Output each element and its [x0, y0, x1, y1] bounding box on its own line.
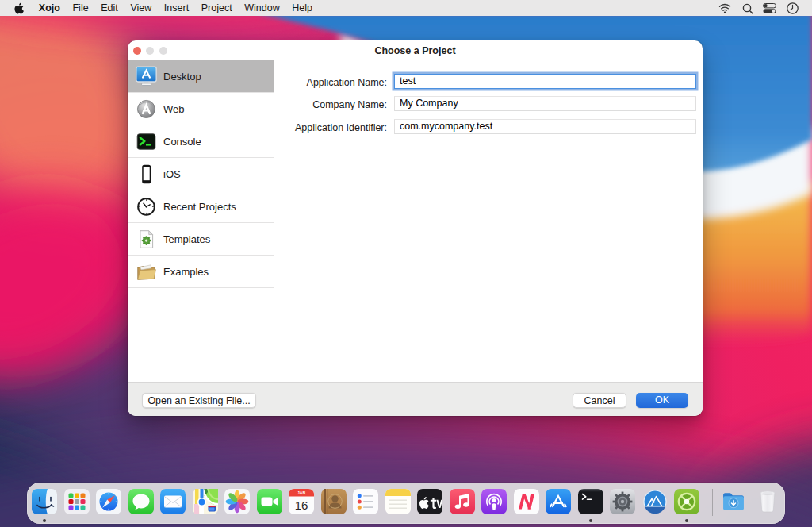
svg-text:16: 16 — [295, 498, 308, 512]
svg-text:JAN: JAN — [297, 490, 305, 495]
